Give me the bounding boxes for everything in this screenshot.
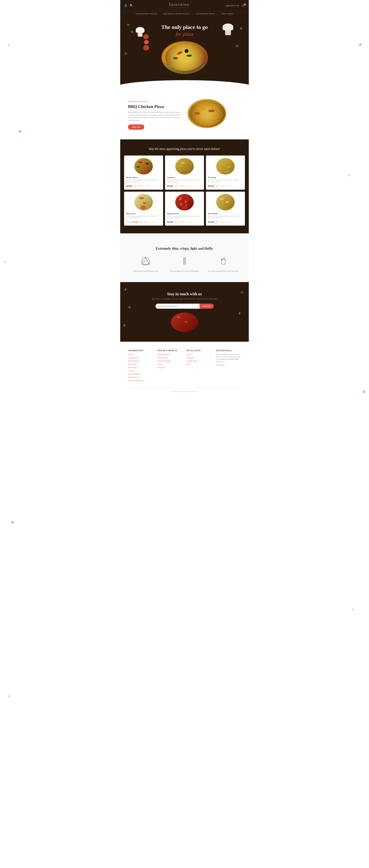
hot-deal-section: — ✦ — Hot deal of this spring! BBQ Chick… bbox=[120, 88, 249, 140]
product-image-4 bbox=[167, 193, 202, 211]
newsletter-description: Subscribe to our newsletter to stay up t… bbox=[128, 298, 241, 300]
leaf-decor: 🍃 bbox=[122, 323, 126, 327]
drink-icon bbox=[206, 256, 241, 268]
footer-link-affiliates[interactable]: Affiliates bbox=[157, 363, 183, 366]
product-reviews-1: 2 reviews bbox=[187, 185, 192, 187]
footer-link-international[interactable]: International Shipping bbox=[157, 360, 183, 363]
products-grid: Barbeky deluxe Pizza is one of those thi… bbox=[124, 156, 245, 225]
features-grid: Perfect pizzas made the Italian way. The… bbox=[128, 256, 241, 272]
add-to-cart-3[interactable]: 🛒 bbox=[139, 220, 142, 224]
product-card-5: Pizza Alfredo Pizza is one of those thin… bbox=[206, 192, 245, 226]
product-card-1: Carbonara Pizza is one of those things w… bbox=[165, 156, 204, 190]
header: 👤 🔍 Saturnino ~~~~~~~~~~~~~~ 1 800 597 4… bbox=[120, 0, 249, 11]
product-footer-0: $23.00 🛒 ★★★★☆ 1 review bbox=[126, 184, 161, 188]
footer-link-group[interactable]: Group Sales bbox=[157, 367, 183, 369]
svg-point-1 bbox=[144, 261, 145, 262]
product-image-3 bbox=[126, 193, 161, 211]
footer-information-title: Information bbox=[128, 349, 154, 351]
newsletter-section: 🍃 🌿 🍃 🌿 🍃 Stay in touch with us Subscrib… bbox=[120, 282, 249, 342]
add-to-cart-4[interactable]: 🛒 bbox=[174, 220, 177, 224]
hot-deal-title: BBQ Chicken Pizza bbox=[128, 104, 182, 109]
footer-why-title: Why buy from us bbox=[157, 349, 183, 351]
product-footer-5: $15.00 🛒 ★★★★☆ 1 review bbox=[208, 220, 243, 224]
footer-link-newsletter[interactable]: Newsletter Subscription bbox=[128, 379, 154, 382]
cart-badge: 0 bbox=[244, 3, 246, 6]
leaf-decor: 🍃 bbox=[124, 287, 127, 291]
product-footer-2: $45.00 🛒 ★★★★☆ 1 review bbox=[208, 184, 243, 188]
cart-icon[interactable]: 🛒0 bbox=[242, 4, 245, 7]
shop-now-button[interactable]: Shop now bbox=[128, 124, 144, 130]
newsletter-title: Stay in touch with us bbox=[128, 292, 241, 296]
product-reviews-0: 1 review bbox=[146, 185, 150, 187]
footer-testimonial-text: I have very impressed at the excellent s… bbox=[215, 353, 241, 363]
add-to-cart-5[interactable]: 🛒 bbox=[215, 220, 219, 224]
product-reviews-5: 1 review bbox=[228, 221, 232, 223]
products-title: Buy the most appetizing pizza you've nev… bbox=[124, 147, 245, 151]
newsletter-subscribe-button[interactable]: Subscribe bbox=[200, 304, 213, 309]
add-to-cart-0[interactable]: 🛒 bbox=[133, 184, 136, 188]
product-card-2: Hawaii big Pizza is one of those things … bbox=[206, 156, 245, 190]
product-price-4: $33.00 bbox=[167, 221, 173, 223]
hero-pizza-image bbox=[159, 41, 210, 76]
products-section: 🍃 🌿 🍃 🌿 🍃 🌿 🍃 🌿 🍃 Buy the most appetizin… bbox=[120, 140, 249, 234]
footer-link-privacy[interactable]: Privacy Policy bbox=[128, 363, 154, 366]
product-card-3: Margo pizza Pizza is one of those things… bbox=[124, 192, 163, 226]
footer-grid: Information About Us Customer Service Te… bbox=[128, 349, 241, 383]
footer-link-secure[interactable]: Secure Shopping bbox=[157, 357, 183, 359]
footer-link-help[interactable]: Help bbox=[187, 363, 212, 366]
product-stars-3: ★★★★☆ bbox=[144, 221, 150, 223]
product-price-0: $23.00 bbox=[126, 185, 132, 187]
user-icon[interactable]: 👤 bbox=[124, 4, 127, 7]
product-desc-2: Pizza is one of those things which bring… bbox=[208, 179, 243, 183]
newsletter-pizza-decor bbox=[171, 313, 198, 332]
footer-link-signin[interactable]: Sign In bbox=[187, 353, 212, 356]
product-desc-4: Pizza is one of those things which bring… bbox=[167, 215, 202, 219]
footer-copyright: © 2017 Magento Demo Store. All Rights Re… bbox=[128, 389, 241, 392]
footer-col-testimonials: Testimonials I have very impressed at th… bbox=[215, 349, 241, 383]
product-name-1: Carbonara bbox=[167, 177, 202, 178]
leaf-decor: 🌿 bbox=[128, 305, 131, 309]
footer-link-advanced-search[interactable]: Advanced Search bbox=[128, 376, 154, 379]
newsletter-email-input[interactable] bbox=[156, 304, 200, 309]
footer-link-track[interactable]: Track My Order bbox=[187, 360, 212, 363]
leaf-decor: 🌿 bbox=[124, 51, 128, 55]
product-image-2 bbox=[208, 157, 243, 175]
product-price-1: $34.00 bbox=[167, 185, 173, 187]
features-title: Extremely thin, crispy, light and fluffy… bbox=[128, 247, 241, 251]
features-section: — ✦ — Extremely thin, crispy, light and … bbox=[120, 234, 249, 282]
footer-col-account: My account Sign In My Wishlist Track My … bbox=[187, 349, 212, 383]
newsletter-form: Subscribe bbox=[156, 304, 214, 309]
product-name-4: Pepperoni pizza bbox=[167, 213, 202, 215]
product-stars-1: ★★★★☆ bbox=[178, 185, 186, 187]
nav-traditional[interactable]: Traditional Pizzas bbox=[136, 13, 157, 15]
product-name-5: Pizza Alfredo bbox=[208, 213, 243, 215]
nav-vegetarian[interactable]: Vegetarian Pizza bbox=[196, 13, 215, 15]
feature-desc-1: The best choice for a warm family dinner… bbox=[167, 270, 202, 272]
add-to-cart-1[interactable]: 🛒 bbox=[174, 184, 177, 188]
product-stars-0: ★★★★☆ bbox=[138, 185, 144, 187]
hot-deal-description: Tangy BBQ sauce is topped with mozzarell… bbox=[128, 111, 182, 122]
product-price-new-3: $30.00 bbox=[132, 221, 138, 223]
nav-chicken[interactable]: Chicken & Prawn Pizzas bbox=[163, 13, 190, 15]
product-reviews-4: 1 review bbox=[187, 221, 191, 223]
hot-deal-tag: Hot deal of this spring! bbox=[128, 100, 182, 102]
add-to-cart-2[interactable]: 🛒 bbox=[215, 184, 219, 188]
footer-link-wishlist[interactable]: My Wishlist bbox=[187, 357, 212, 359]
product-price-old-3: $32.00 bbox=[126, 221, 131, 223]
footer-link-orders[interactable]: Orders and Returns bbox=[128, 373, 154, 376]
search-icon[interactable]: 🔍 bbox=[130, 4, 133, 7]
feature-desc-2: Free fresh-squeezed juices with every or… bbox=[206, 270, 241, 272]
product-footer-4: $33.00 🛒 ★★★★☆ 1 review bbox=[167, 220, 202, 224]
product-desc-3: Pizza is one of those things which bring… bbox=[126, 215, 161, 219]
footer-link-customer[interactable]: Customer Service bbox=[128, 357, 154, 359]
footer-link-shipping[interactable]: Shipping & Returns bbox=[157, 353, 183, 356]
footer-link-template[interactable]: Template Settings bbox=[128, 360, 154, 363]
nav-chefs[interactable]: Chef's Best bbox=[221, 13, 233, 15]
footer-link-about[interactable]: About Us bbox=[128, 353, 154, 356]
footer-link-search[interactable]: Search Terms bbox=[128, 367, 154, 369]
product-desc-1: Pizza is one of those things which bring… bbox=[167, 179, 202, 183]
hero-subtitle: for pizza bbox=[124, 31, 245, 37]
feature-desc-0: Perfect pizzas made the Italian way. bbox=[128, 270, 163, 272]
footer-link-contact[interactable]: Contact Us bbox=[128, 370, 154, 372]
product-image-0 bbox=[126, 157, 161, 175]
